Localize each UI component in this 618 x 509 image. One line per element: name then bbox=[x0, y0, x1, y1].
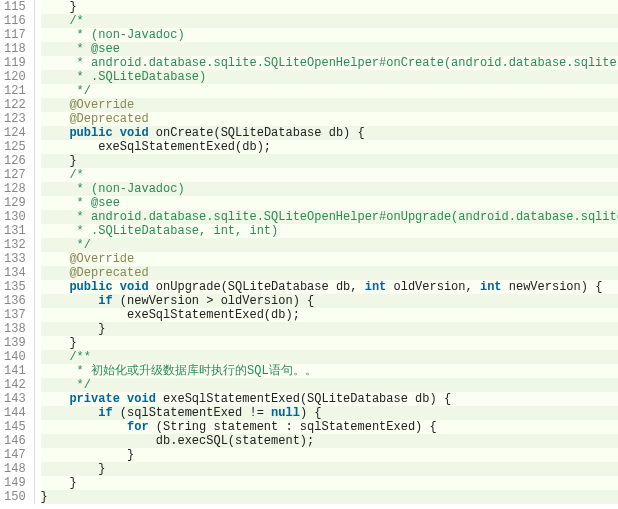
code-line: * (non-Javadoc) bbox=[41, 28, 618, 42]
code-line: } bbox=[41, 0, 618, 14]
code-line: */ bbox=[41, 238, 618, 252]
line-number: 115 bbox=[4, 0, 26, 14]
code-line: * 初始化或升级数据库时执行的SQL语句。。 bbox=[41, 364, 618, 378]
code-line: if (sqlStatementExed != null) { bbox=[41, 406, 618, 420]
line-number: 141 bbox=[4, 364, 26, 378]
code-line: * @see bbox=[41, 42, 618, 56]
line-number: 149 bbox=[4, 476, 26, 490]
line-number: 117 bbox=[4, 28, 26, 42]
line-number: 147 bbox=[4, 448, 26, 462]
line-number: 118 bbox=[4, 42, 26, 56]
line-number: 145 bbox=[4, 420, 26, 434]
code-line: * @see bbox=[41, 196, 618, 210]
code-line: exeSqlStatementExed(db); bbox=[41, 140, 618, 154]
code-line: /** bbox=[41, 350, 618, 364]
code-line: * .SQLiteDatabase, int, int) bbox=[41, 224, 618, 238]
code-line: @Override bbox=[41, 252, 618, 266]
code-line: for (String statement : sqlStatementExed… bbox=[41, 420, 618, 434]
line-number: 123 bbox=[4, 112, 26, 126]
code-line: } bbox=[41, 448, 618, 462]
line-number: 127 bbox=[4, 168, 26, 182]
code-line: @Deprecated bbox=[41, 266, 618, 280]
code-line: public void onCreate(SQLiteDatabase db) … bbox=[41, 126, 618, 140]
line-number-gutter: 1151161171181191201211221231241251261271… bbox=[0, 0, 35, 504]
code-line: } bbox=[41, 462, 618, 476]
line-number: 135 bbox=[4, 280, 26, 294]
code-line: */ bbox=[41, 84, 618, 98]
code-line: * android.database.sqlite.SQLiteOpenHelp… bbox=[41, 56, 618, 70]
line-number: 142 bbox=[4, 378, 26, 392]
code-line: db.execSQL(statement); bbox=[41, 434, 618, 448]
line-number: 146 bbox=[4, 434, 26, 448]
line-number: 125 bbox=[4, 140, 26, 154]
code-line: } bbox=[41, 336, 618, 350]
code-line: } bbox=[41, 322, 618, 336]
code-line: if (newVersion > oldVersion) { bbox=[41, 294, 618, 308]
line-number: 119 bbox=[4, 56, 26, 70]
code-line: */ bbox=[41, 378, 618, 392]
line-number: 148 bbox=[4, 462, 26, 476]
code-line: /* bbox=[41, 168, 618, 182]
code-line: exeSqlStatementExed(db); bbox=[41, 308, 618, 322]
code-line: public void onUpgrade(SQLiteDatabase db,… bbox=[41, 280, 618, 294]
line-number: 140 bbox=[4, 350, 26, 364]
line-number: 126 bbox=[4, 154, 26, 168]
code-line: } bbox=[41, 490, 618, 504]
line-number: 134 bbox=[4, 266, 26, 280]
line-number: 116 bbox=[4, 14, 26, 28]
code-line: * .SQLiteDatabase) bbox=[41, 70, 618, 84]
line-number: 120 bbox=[4, 70, 26, 84]
code-content: } /* * (non-Javadoc) * @see * android.da… bbox=[35, 0, 618, 504]
code-line: @Override bbox=[41, 98, 618, 112]
code-line: } bbox=[41, 154, 618, 168]
line-number: 143 bbox=[4, 392, 26, 406]
line-number: 130 bbox=[4, 210, 26, 224]
line-number: 122 bbox=[4, 98, 26, 112]
line-number: 144 bbox=[4, 406, 26, 420]
code-editor: 1151161171181191201211221231241251261271… bbox=[0, 0, 618, 504]
line-number: 121 bbox=[4, 84, 26, 98]
line-number: 129 bbox=[4, 196, 26, 210]
code-line: * android.database.sqlite.SQLiteOpenHelp… bbox=[41, 210, 618, 224]
code-line: /* bbox=[41, 14, 618, 28]
code-line: @Deprecated bbox=[41, 112, 618, 126]
line-number: 138 bbox=[4, 322, 26, 336]
line-number: 133 bbox=[4, 252, 26, 266]
line-number: 150 bbox=[4, 490, 26, 504]
line-number: 131 bbox=[4, 224, 26, 238]
code-line: } bbox=[41, 476, 618, 490]
line-number: 132 bbox=[4, 238, 26, 252]
line-number: 137 bbox=[4, 308, 26, 322]
code-line: private void exeSqlStatementExed(SQLiteD… bbox=[41, 392, 618, 406]
line-number: 136 bbox=[4, 294, 26, 308]
code-line: * (non-Javadoc) bbox=[41, 182, 618, 196]
line-number: 128 bbox=[4, 182, 26, 196]
line-number: 139 bbox=[4, 336, 26, 350]
line-number: 124 bbox=[4, 126, 26, 140]
